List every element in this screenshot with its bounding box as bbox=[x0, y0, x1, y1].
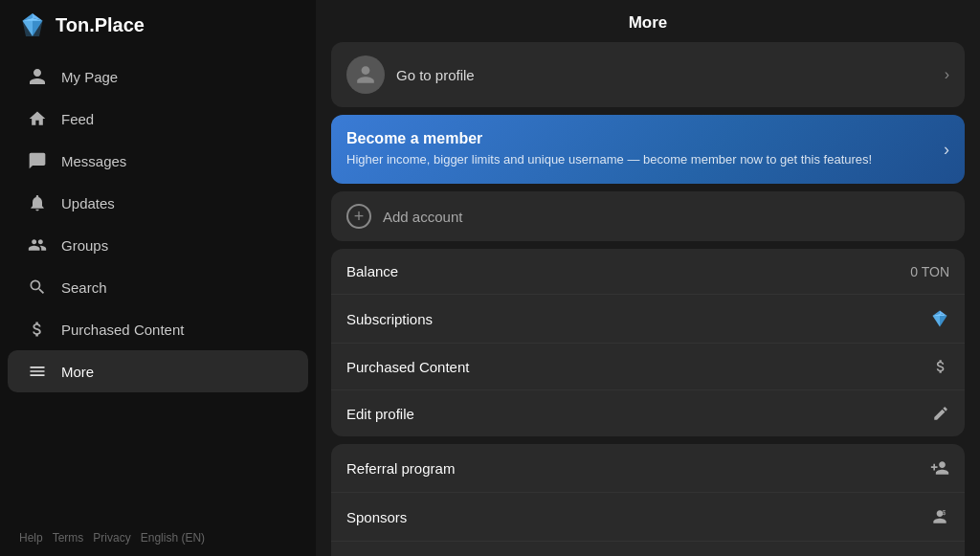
logo-area: Ton.Place bbox=[0, 0, 316, 50]
purchased-content-row[interactable]: Purchased Content bbox=[331, 344, 965, 390]
svg-marker-9 bbox=[933, 314, 941, 327]
diamond-icon bbox=[930, 309, 949, 328]
person-icon bbox=[27, 66, 48, 87]
footer-help[interactable]: Help bbox=[19, 531, 43, 545]
become-member-text-area: Become a member Higher income, bigger li… bbox=[346, 130, 934, 168]
sidebar-footer: Help Terms Privacy English (EN) bbox=[0, 520, 316, 556]
sidebar-item-updates[interactable]: Updates bbox=[8, 182, 308, 224]
main-content: More Go to profile › Become a member Hig… bbox=[316, 0, 980, 556]
sidebar-item-messages[interactable]: Messages bbox=[8, 140, 308, 182]
search-icon bbox=[27, 277, 48, 298]
sidebar-item-search[interactable]: Search bbox=[8, 266, 308, 308]
become-member-description: Higher income, bigger limits and unique … bbox=[346, 151, 934, 168]
sidebar-item-groups[interactable]: Groups bbox=[8, 224, 308, 266]
chevron-right-icon: › bbox=[945, 66, 949, 83]
main-title: More bbox=[629, 13, 668, 32]
sidebar-item-more-label: More bbox=[61, 364, 94, 380]
group-icon bbox=[27, 234, 48, 256]
sponsors-icon: $ bbox=[930, 507, 949, 526]
sidebar-item-purchased-content-label: Purchased Content bbox=[61, 322, 184, 338]
footer-terms[interactable]: Terms bbox=[53, 531, 84, 545]
purchased-content-label: Purchased Content bbox=[346, 359, 469, 375]
sidebar-item-groups-label: Groups bbox=[61, 237, 108, 254]
add-account-row[interactable]: + Add account bbox=[331, 191, 965, 241]
go-to-profile-row[interactable]: Go to profile › bbox=[331, 42, 965, 107]
subscriptions-label: Subscriptions bbox=[346, 311, 433, 327]
footer-language[interactable]: English (EN) bbox=[141, 531, 205, 545]
edit-profile-icon bbox=[932, 405, 949, 422]
groups-row[interactable]: Groups bbox=[331, 542, 965, 556]
purchased-content-icon bbox=[932, 358, 949, 375]
sidebar-item-my-page[interactable]: My Page bbox=[8, 56, 308, 98]
referral-icon bbox=[930, 458, 949, 478]
subscriptions-right bbox=[930, 309, 949, 328]
go-to-profile-text: Go to profile bbox=[396, 67, 933, 83]
sponsors-row[interactable]: Sponsors $ bbox=[331, 493, 965, 542]
subscriptions-row[interactable]: Subscriptions bbox=[331, 295, 965, 344]
sidebar-item-more[interactable]: More bbox=[8, 350, 308, 392]
content-area: Go to profile › Become a member Higher i… bbox=[316, 42, 980, 556]
menu-card-1: Balance 0 TON Subscriptions Purchased Co… bbox=[331, 249, 965, 436]
sidebar-nav: My Page Feed Messages Updates Groups bbox=[0, 50, 316, 520]
sidebar-item-feed[interactable]: Feed bbox=[8, 98, 308, 140]
sidebar-item-purchased-content[interactable]: Purchased Content bbox=[8, 308, 308, 350]
add-account-label: Add account bbox=[383, 209, 462, 225]
balance-value: 0 TON bbox=[910, 264, 949, 279]
bell-icon bbox=[27, 192, 48, 213]
balance-label: Balance bbox=[346, 263, 398, 279]
sidebar-item-search-label: Search bbox=[61, 279, 107, 296]
menu-icon bbox=[27, 361, 48, 382]
sidebar-title: Ton.Place bbox=[56, 14, 145, 36]
footer-privacy[interactable]: Privacy bbox=[93, 531, 130, 545]
sidebar-item-updates-label: Updates bbox=[61, 195, 115, 211]
become-member-title: Become a member bbox=[346, 130, 934, 147]
add-circle-icon: + bbox=[346, 204, 371, 229]
dollar-icon bbox=[27, 319, 48, 340]
svg-marker-8 bbox=[940, 314, 947, 327]
sidebar-item-feed-label: Feed bbox=[61, 111, 94, 127]
home-icon bbox=[27, 108, 48, 129]
svg-text:$: $ bbox=[943, 509, 947, 516]
balance-row: Balance 0 TON bbox=[331, 249, 965, 295]
referral-row[interactable]: Referral program bbox=[331, 444, 965, 493]
chat-icon bbox=[27, 150, 48, 171]
avatar bbox=[346, 56, 385, 94]
main-header: More bbox=[316, 0, 980, 42]
become-member-banner[interactable]: Become a member Higher income, bigger li… bbox=[331, 115, 965, 184]
sidebar-item-my-page-label: My Page bbox=[61, 69, 118, 85]
sidebar-item-messages-label: Messages bbox=[61, 153, 126, 169]
logo-diamond-icon bbox=[19, 11, 46, 38]
edit-profile-label: Edit profile bbox=[346, 406, 414, 422]
menu-card-2: Referral program Sponsors $ Groups bbox=[331, 444, 965, 556]
sidebar: Ton.Place My Page Feed Messages Update bbox=[0, 0, 316, 556]
sponsors-label: Sponsors bbox=[346, 509, 407, 525]
become-member-arrow-icon: › bbox=[944, 140, 949, 160]
referral-label: Referral program bbox=[346, 460, 455, 477]
edit-profile-row[interactable]: Edit profile bbox=[331, 390, 965, 436]
